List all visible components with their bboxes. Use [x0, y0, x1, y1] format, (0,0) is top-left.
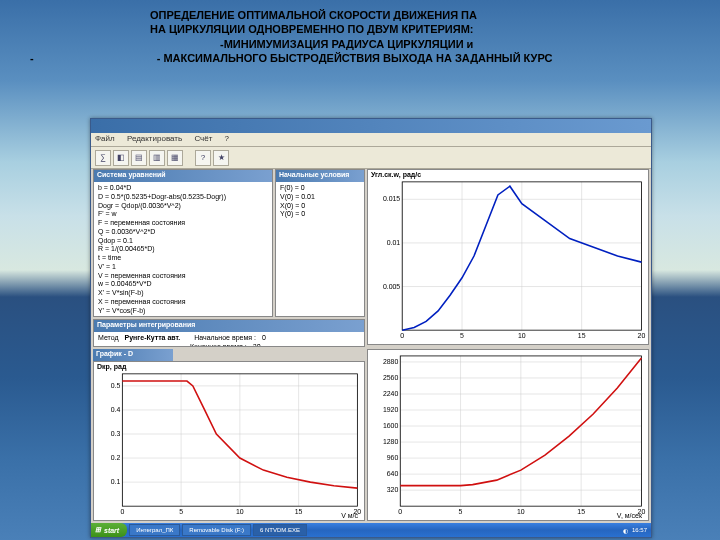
eq-line: V = переменная состояния — [98, 272, 268, 281]
ic-line: Y(0) = 0 — [280, 210, 360, 219]
svg-text:20: 20 — [638, 508, 646, 515]
eq-line: D = 0.5*(0.5235+Dogr-abs(0.5235-Dogr)) — [98, 193, 268, 202]
t0-label: Начальное время : — [194, 334, 256, 343]
svg-text:0.4: 0.4 — [111, 406, 121, 413]
svg-text:0: 0 — [398, 508, 402, 515]
svg-text:320: 320 — [387, 486, 399, 493]
svg-text:5: 5 — [179, 508, 183, 515]
eq-line: R = 1/(0.00465*D) — [98, 245, 268, 254]
page-title: ОПРЕДЕЛЕНИЕ ОПТИМАЛЬНОЙ СКОРОСТИ ДВИЖЕНИ… — [0, 8, 720, 65]
chart-radius-svg: 0510152032064096012801600192022402560288… — [368, 350, 648, 520]
panel-system-equations-body[interactable]: b = 0.04*DD = 0.5*(0.5235+Dogr-abs(0.523… — [94, 182, 272, 316]
eq-line: Dogr = Qdop/(0.0036*V^2) — [98, 202, 268, 211]
svg-text:20: 20 — [354, 508, 362, 515]
taskbar-item-1[interactable]: Интеграл_ПК — [129, 524, 180, 536]
taskbar: ⊞ start Интеграл_ПК Removable Disk (F:) … — [91, 523, 651, 537]
panel-integration-params-body: Метод Рунге-Кутта авт. Начальное время :… — [94, 332, 364, 346]
menu-file[interactable]: Файл — [95, 134, 115, 143]
start-button[interactable]: ⊞ start — [91, 523, 127, 537]
svg-text:0.5: 0.5 — [111, 382, 121, 389]
graph-d-header-wrap: График - D — [93, 349, 365, 361]
eq-line: t = time — [98, 254, 268, 263]
svg-text:10: 10 — [518, 332, 526, 339]
app-window: Файл Редактировать Счёт ? ∑ ◧ ▤ ▥ ▦ ? ★ … — [90, 118, 652, 538]
svg-text:5: 5 — [460, 332, 464, 339]
svg-text:15: 15 — [578, 332, 586, 339]
chart-angular-velocity: Угл.ск.w, рад/с 051015200.0050.010.015 — [367, 169, 649, 345]
svg-text:5: 5 — [459, 508, 463, 515]
svg-text:10: 10 — [517, 508, 525, 515]
svg-text:0: 0 — [120, 508, 124, 515]
svg-text:2560: 2560 — [383, 374, 399, 381]
svg-text:0.01: 0.01 — [387, 239, 401, 246]
eq-line: V' = 1 — [98, 263, 268, 272]
toolbar-button-5[interactable]: ▦ — [167, 150, 183, 166]
ic-line: F(0) = 0 — [280, 184, 360, 193]
title-line-3: -МИНИМУМИЗАЦИЯ РАДИУСА ЦИРКУЛЯЦИИ и — [150, 37, 720, 51]
toolbar-button-3[interactable]: ▤ — [131, 150, 147, 166]
panel-integration-params: Параметры интегрирования Метод Рунге-Кут… — [93, 319, 365, 347]
svg-text:0.1: 0.1 — [111, 478, 121, 485]
eq-line: X = переменная состояния — [98, 298, 268, 307]
method-label: Метод — [98, 334, 119, 343]
graph-d-header: График - D — [93, 349, 173, 361]
taskbar-item-3[interactable]: 6 NTVDM.EXE — [253, 524, 307, 536]
ic-line: X(0) = 0 — [280, 202, 360, 211]
svg-text:15: 15 — [577, 508, 585, 515]
t0-value[interactable]: 0 — [262, 334, 266, 343]
eq-line: F = переменная состояния — [98, 219, 268, 228]
svg-text:2240: 2240 — [383, 390, 399, 397]
start-icon: ⊞ — [95, 526, 101, 534]
toolbar-button-6[interactable]: ? — [195, 150, 211, 166]
svg-text:1280: 1280 — [383, 438, 399, 445]
tray-icon: ◐ — [623, 527, 628, 534]
chart-radius: V, м/сек 0510152032064096012801600192022… — [367, 349, 649, 521]
clock: 16:57 — [632, 527, 647, 533]
toolbar: ∑ ◧ ▤ ▥ ▦ ? ★ — [91, 147, 651, 169]
svg-text:1600: 1600 — [383, 422, 399, 429]
svg-text:0.015: 0.015 — [383, 195, 400, 202]
chart-angular-velocity-svg: 051015200.0050.010.015 — [368, 170, 648, 344]
svg-text:1920: 1920 — [383, 406, 399, 413]
svg-text:0.3: 0.3 — [111, 430, 121, 437]
panel-initial-conditions-body[interactable]: F(0) = 0V(0) = 0.01X(0) = 0Y(0) = 0 — [276, 182, 364, 316]
eq-line: X' = V*sin(F-b) — [98, 289, 268, 298]
t1-value[interactable]: 20 — [253, 343, 261, 346]
start-label: start — [104, 527, 119, 534]
panel-initial-conditions-header: Начальные условия — [276, 170, 364, 182]
svg-text:0.005: 0.005 — [383, 283, 400, 290]
toolbar-button-7[interactable]: ★ — [213, 150, 229, 166]
svg-text:10: 10 — [236, 508, 244, 515]
method-value[interactable]: Рунге-Кутта авт. — [125, 334, 181, 343]
svg-text:20: 20 — [638, 332, 646, 339]
svg-text:960: 960 — [387, 454, 399, 461]
title-line-2: НА ЦИРКУЛЯЦИИ ОДНОВРЕМЕННО ПО ДВУМ КРИТЕ… — [150, 22, 720, 36]
chart-d-svg: 051015200.10.20.30.40.5 — [94, 362, 364, 520]
panel-initial-conditions: Начальные условия F(0) = 0V(0) = 0.01X(0… — [275, 169, 365, 317]
t1-label: Конечное время : — [190, 343, 247, 346]
panel-system-equations: Система уравнений b = 0.04*DD = 0.5*(0.5… — [93, 169, 273, 317]
menu-calc[interactable]: Счёт — [194, 134, 212, 143]
title-line-1: ОПРЕДЕЛЕНИЕ ОПТИМАЛЬНОЙ СКОРОСТИ ДВИЖЕНИ… — [150, 8, 720, 22]
eq-line: Y = переменная состояния — [98, 315, 268, 316]
window-titlebar[interactable] — [91, 119, 651, 133]
svg-text:0: 0 — [400, 332, 404, 339]
eq-line: Q = 0.0036*V^2*D — [98, 228, 268, 237]
eq-line: Y' = V*cos(F-b) — [98, 307, 268, 316]
menubar: Файл Редактировать Счёт ? — [91, 133, 651, 147]
menu-help[interactable]: ? — [225, 134, 229, 143]
ic-line: V(0) = 0.01 — [280, 193, 360, 202]
svg-text:0.2: 0.2 — [111, 454, 121, 461]
toolbar-button-4[interactable]: ▥ — [149, 150, 165, 166]
menu-edit[interactable]: Редактировать — [127, 134, 182, 143]
eq-line: F' = w — [98, 210, 268, 219]
chart-d: Dкр, рад V м/с 051015200.10.20.30.40.5 — [93, 361, 365, 521]
panel-integration-params-header: Параметры интегрирования — [94, 320, 364, 332]
system-tray[interactable]: ◐ 16:57 — [619, 527, 651, 534]
title-line-4: - - МАКСИМАЛЬНОГО БЫСТРОДЕЙСТВИЯ ВЫХОДА … — [30, 51, 720, 65]
toolbar-button-1[interactable]: ∑ — [95, 150, 111, 166]
eq-line: Qdop = 0.1 — [98, 237, 268, 246]
eq-line: b = 0.04*D — [98, 184, 268, 193]
taskbar-item-2[interactable]: Removable Disk (F:) — [182, 524, 251, 536]
toolbar-button-2[interactable]: ◧ — [113, 150, 129, 166]
